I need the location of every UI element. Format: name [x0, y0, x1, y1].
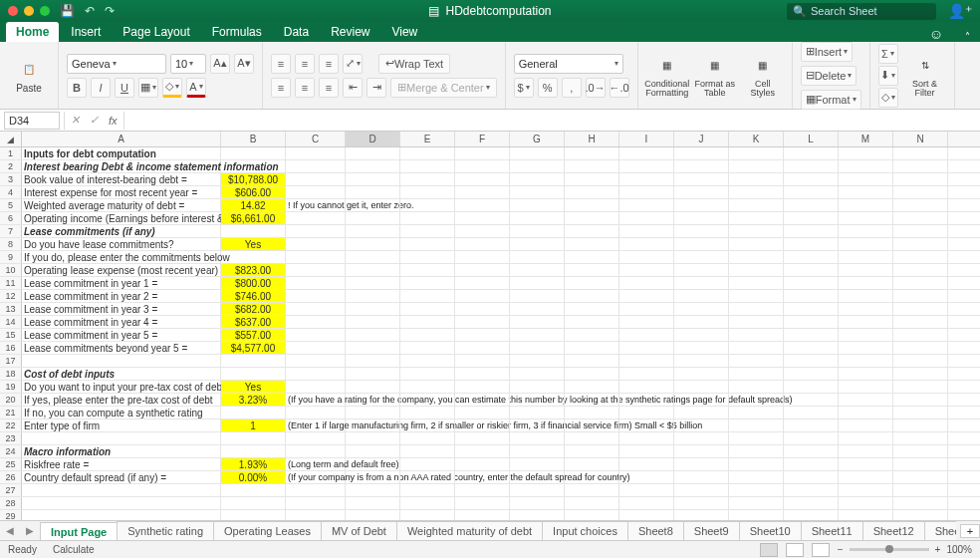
cell-M4[interactable] — [839, 186, 893, 198]
cell-K5[interactable] — [729, 199, 784, 211]
align-middle-icon[interactable]: ≡ — [295, 54, 315, 74]
cell-L21[interactable] — [784, 407, 839, 418]
search-sheet-input[interactable]: 🔍 Search Sheet — [787, 3, 936, 20]
close-window-icon[interactable] — [8, 6, 18, 16]
insert-cells-button[interactable]: ⊞ Insert▾ — [801, 42, 854, 62]
row-header-17[interactable]: 17 — [0, 355, 22, 367]
cell-I23[interactable] — [619, 432, 674, 444]
cell-I1[interactable] — [619, 147, 674, 159]
cell-M3[interactable] — [839, 173, 893, 185]
cell-I20[interactable] — [619, 394, 674, 406]
cell-K1[interactable] — [729, 147, 784, 159]
cell-C26[interactable]: (If your company is from a non AAA rated… — [286, 471, 346, 483]
cell-E18[interactable] — [400, 368, 455, 380]
zoom-control[interactable]: − + 100% — [838, 544, 972, 555]
italic-button[interactable]: I — [91, 78, 111, 98]
cell-G10[interactable] — [510, 264, 565, 276]
cell-H17[interactable] — [565, 355, 619, 367]
cell-F5[interactable] — [455, 199, 510, 211]
col-header-L[interactable]: L — [784, 132, 839, 146]
cell-I27[interactable] — [619, 484, 674, 496]
cell-I17[interactable] — [619, 355, 674, 367]
cell-D23[interactable] — [346, 432, 400, 444]
cell-D26[interactable] — [346, 471, 400, 483]
cell-A29[interactable] — [22, 510, 221, 520]
cell-B13[interactable]: $682.00 — [221, 303, 286, 315]
cell-H16[interactable] — [565, 342, 619, 354]
cell-G17[interactable] — [510, 355, 565, 367]
cell-F18[interactable] — [455, 368, 510, 380]
cell-N16[interactable] — [893, 342, 948, 354]
cell-M23[interactable] — [839, 432, 893, 444]
cell-M17[interactable] — [839, 355, 893, 367]
cell-G25[interactable] — [510, 458, 565, 470]
cell-B8[interactable]: Yes — [221, 238, 286, 250]
cell-D21[interactable] — [346, 407, 400, 418]
cell-N8[interactable] — [893, 238, 948, 250]
cell-H23[interactable] — [565, 432, 619, 444]
cell-E14[interactable] — [400, 316, 455, 328]
cell-A28[interactable] — [22, 497, 221, 509]
normal-view-icon[interactable] — [760, 543, 778, 557]
cell-H5[interactable] — [565, 199, 619, 211]
cell-M9[interactable] — [839, 251, 893, 263]
cell-L10[interactable] — [784, 264, 839, 276]
cell-H12[interactable] — [565, 290, 619, 302]
cell-M19[interactable] — [839, 381, 893, 393]
cell-J27[interactable] — [674, 484, 729, 496]
font-color-button[interactable]: A▾ — [186, 78, 206, 98]
autosum-button[interactable]: Σ▾ — [878, 44, 898, 64]
cell-N21[interactable] — [893, 407, 948, 418]
cell-F22[interactable] — [455, 419, 510, 431]
sheet-tab-mv-of-debt[interactable]: MV of Debt — [321, 521, 397, 541]
page-break-view-icon[interactable] — [812, 543, 830, 557]
cell-A19[interactable]: Do you want to input your pre-tax cost o… — [22, 381, 221, 393]
cell-J1[interactable] — [674, 147, 729, 159]
cell-B19[interactable]: Yes — [221, 381, 286, 393]
cell-G9[interactable] — [510, 251, 565, 263]
cell-H15[interactable] — [565, 329, 619, 341]
cell-H27[interactable] — [565, 484, 619, 496]
cell-J6[interactable] — [674, 212, 729, 224]
cell-G13[interactable] — [510, 303, 565, 315]
cell-G1[interactable] — [510, 147, 565, 159]
number-format-select[interactable]: General▾ — [514, 54, 623, 74]
cell-I29[interactable] — [619, 510, 674, 520]
cell-A10[interactable]: Operating lease expense (most recent yea… — [22, 264, 221, 276]
sheet-nav-prev-icon[interactable]: ◀ — [0, 525, 20, 536]
cell-G5[interactable] — [510, 199, 565, 211]
cell-C20[interactable]: (If you have a rating for the company, y… — [286, 394, 346, 406]
cell-K2[interactable] — [729, 160, 784, 172]
redo-icon[interactable]: ↷ — [105, 4, 115, 18]
cell-A24[interactable]: Macro information — [22, 445, 221, 457]
cell-F14[interactable] — [455, 316, 510, 328]
row-header-26[interactable]: 26 — [0, 471, 22, 483]
cell-D28[interactable] — [346, 497, 400, 509]
cell-F4[interactable] — [455, 186, 510, 198]
cell-C16[interactable] — [286, 342, 346, 354]
cell-C9[interactable] — [286, 251, 346, 263]
increase-font-icon[interactable]: A▴ — [210, 54, 230, 74]
cell-B14[interactable]: $637.00 — [221, 316, 286, 328]
cell-J9[interactable] — [674, 251, 729, 263]
cell-J25[interactable] — [674, 458, 729, 470]
cell-D14[interactable] — [346, 316, 400, 328]
cell-A5[interactable]: Weighted average maturity of debt = — [22, 199, 221, 211]
row-header-16[interactable]: 16 — [0, 342, 22, 354]
cell-C17[interactable] — [286, 355, 346, 367]
cell-N24[interactable] — [893, 445, 948, 457]
cell-B26[interactable]: 0.00% — [221, 471, 286, 483]
cell-D8[interactable] — [346, 238, 400, 250]
cell-G24[interactable] — [510, 445, 565, 457]
cell-E9[interactable] — [400, 251, 455, 263]
cell-K21[interactable] — [729, 407, 784, 418]
cell-L9[interactable] — [784, 251, 839, 263]
cell-L23[interactable] — [784, 432, 839, 444]
row-header-19[interactable]: 19 — [0, 381, 22, 393]
cell-D25[interactable] — [346, 458, 400, 470]
cell-L17[interactable] — [784, 355, 839, 367]
delete-cells-button[interactable]: ⊟ Delete▾ — [801, 66, 858, 86]
cell-A8[interactable]: Do you have lease commitments? — [22, 238, 221, 250]
row-header-22[interactable]: 22 — [0, 419, 22, 431]
cell-L26[interactable] — [784, 471, 839, 483]
